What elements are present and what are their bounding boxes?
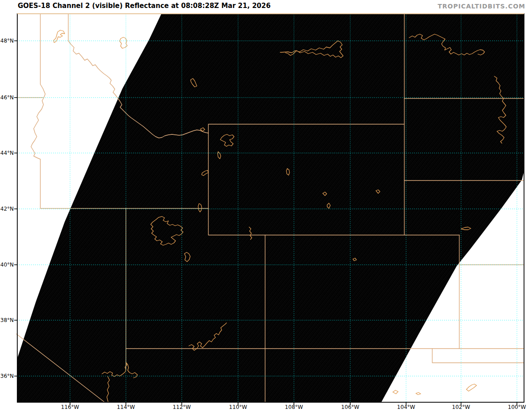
lon-tick-label: 110°W [225,404,251,410]
lat-tick-label: 40°N [0,262,14,268]
lon-tick-label: 116°W [57,404,83,410]
lon-tick-label: 100°W [504,404,530,410]
lat-tick-label: 46°N [0,94,14,101]
lat-tick-label: 38°N [0,317,14,323]
lon-tick-label: 102°W [448,404,474,410]
lon-tick-label: 108°W [281,404,307,410]
satellite-map-page: GOES-18 Channel 2 (visible) Reflectance … [0,0,532,412]
map-canvas [0,0,532,412]
lat-tick-label: 42°N [0,206,14,212]
lon-tick-label: 106°W [337,404,364,410]
lat-tick-label: 44°N [0,150,14,156]
lon-tick-label: 112°W [168,404,195,410]
lon-tick-label: 114°W [113,404,139,410]
lat-tick-label: 48°N [0,38,14,44]
lat-tick-label: 36°N [0,373,14,379]
lon-tick-label: 104°W [393,404,419,410]
